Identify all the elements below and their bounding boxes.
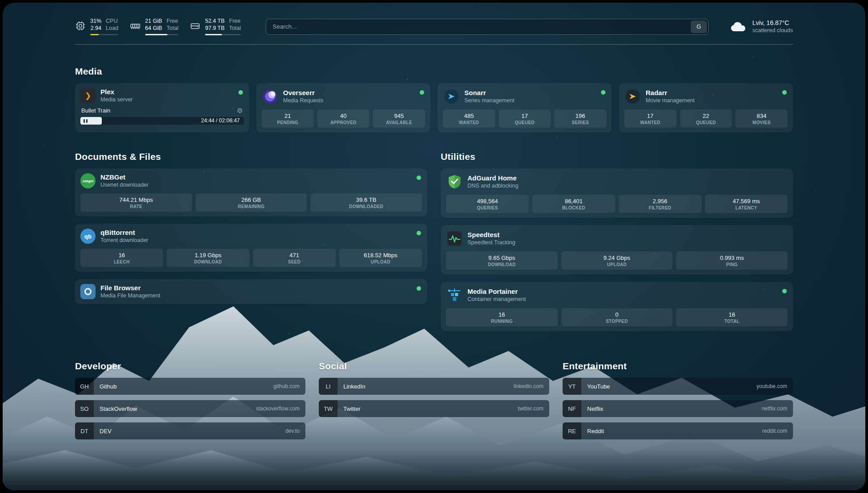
filebrowser-link[interactable]: File Browser Media File Management [80,284,422,299]
radarr-icon [624,88,641,104]
filebrowser-icon [80,284,96,299]
overseerr-title: Overseerr [283,89,323,97]
search-input[interactable] [266,19,709,35]
memory-usage-bar [145,34,179,35]
bookmark-abbr: SO [75,400,94,417]
bookmark-abbr: YT [563,378,581,395]
cpu-label: CPU [106,18,118,25]
bookmark-abbr: GH [75,378,94,395]
sonarr-status-dot [601,90,605,95]
dashboard-screen: 31% CPU 2.94 Load 21 GiB Free 64 GiB Tot… [3,3,865,490]
stat-pending: 21 PENDING [262,109,314,128]
media-cards-row: ❯ Plex Media server Bullet Train ⚙ 24:44… [75,83,793,133]
overseerr-subtitle: Media Requests [283,97,323,104]
stat-total: 16 TOTAL [676,308,788,326]
gear-icon[interactable]: ⚙ [237,108,243,114]
bookmark-name: Twitter [338,405,518,412]
plex-status-dot [238,90,243,95]
developer-column: Developer GH Github github.com SO StackO… [75,361,305,439]
weather-condition: scattered clouds [752,27,793,34]
disk-usage-bar [205,34,241,35]
plex-progress-fill [80,117,102,125]
plex-title: Plex [100,88,133,96]
stat-filtered: 2,956 FILTERED [619,195,701,213]
disk-icon [190,21,200,31]
bookmark-name: Github [94,383,273,390]
search-provider-button[interactable]: G [691,21,707,33]
nzbget-link[interactable]: nzbget NZBGet Usenet downloader [80,173,422,188]
portainer-link[interactable]: Media Portainer Container management [446,287,788,303]
stat-seed: 471 SEED [253,249,336,267]
stat-downloaded: 39.6 TB DOWNLOADED [310,193,422,212]
nzbget-title: NZBGet [100,173,149,181]
filebrowser-subtitle: Media File Management [100,292,160,299]
radarr-stats: 17 WANTED 22 QUEUED 834 MOVIES [624,109,788,128]
stat-queries: 498,564 QUERIES [446,195,529,213]
bookmark-url: youtube.com [756,383,793,389]
qbittorrent-subtitle: Torrent downloader [100,237,148,244]
pause-icon[interactable] [83,119,88,123]
bookmark-github[interactable]: GH Github github.com [75,378,305,395]
section-title-entertainment: Entertainment [563,361,793,372]
stat-leech: 16 LEECH [80,249,163,267]
qbittorrent-link[interactable]: qb qBittorrent Torrent downloader [80,229,422,244]
stat-series: 196 SERIES [554,109,606,128]
speedtest-icon [446,230,463,246]
speedtest-link[interactable]: Speedtest Speedtest Tracking [446,230,788,246]
plex-now-playing-title: Bullet Train [81,107,237,114]
bookmark-name: Netflix [581,405,762,412]
section-title-social: Social [319,361,549,372]
stat-wanted: 17 WANTED [624,109,676,128]
service-card-overseerr: Overseerr Media Requests 21 PENDING 40 A… [256,83,430,133]
qbittorrent-icon: qb [80,229,96,244]
stat-upload: 618.52 Mbps UPLOAD [339,249,422,267]
section-title-utilities: Utilities [441,151,793,162]
bookmark-name: DEV [94,428,285,435]
stat-upload: 9.24 Gbps UPLOAD [561,251,673,270]
overseerr-link[interactable]: Overseerr Media Requests [262,88,425,104]
sonarr-link[interactable]: Sonarr Series management [443,88,606,104]
bookmark-dev[interactable]: DT DEV dev.to [75,422,305,439]
speedtest-title: Speedtest [467,231,515,239]
disk-total: 97.9 TB [205,25,225,32]
bookmark-stackoverflow[interactable]: SO StackOverflow stackoverflow.com [75,400,305,417]
filebrowser-status-dot [417,286,421,291]
disk-widget: 52.4 TB Free 97.9 TB Total [190,18,241,35]
topbar-divider [75,44,793,45]
service-card-adguard: AdGuard Home DNS and adblocking 498,564 … [441,168,793,218]
memory-total: 64 GiB [145,25,162,32]
sonarr-title: Sonarr [464,89,514,97]
portainer-status-dot [782,289,787,293]
stat-remaining: 266 GB REMAINING [196,193,307,212]
adguard-link[interactable]: AdGuard Home DNS and adblocking [446,173,788,190]
stat-approved: 40 APPROVED [317,109,370,128]
cpu-load-label: Load [106,25,118,32]
bookmark-linkedin[interactable]: LI LinkedIn linkedin.com [319,378,549,395]
bookmark-youtube[interactable]: YT YouTube youtube.com [563,378,793,395]
portainer-stats: 16 RUNNING 0 STOPPED 16 TOTAL [446,308,788,326]
bookmark-abbr: NF [563,400,581,417]
section-title-developer: Developer [75,361,305,372]
weather-widget: Lviv, 16.87°C scattered clouds [729,19,793,34]
service-card-sonarr: Sonarr Series management 485 WANTED 17 Q… [438,83,612,133]
utilities-column: Utilities [441,151,793,331]
bookmark-twitter[interactable]: TW Twitter twitter.com [319,400,549,417]
overseerr-icon [262,88,278,104]
bookmark-url: linkedin.com [513,383,549,389]
portainer-title: Media Portainer [467,288,526,296]
speedtest-stats: 9.65 Gbps DOWNLOAD 9.24 Gbps UPLOAD 0.99… [446,251,788,270]
bookmark-url: dev.to [285,428,305,434]
plex-link[interactable]: ❯ Plex Media server [80,88,244,103]
nzbget-subtitle: Usenet downloader [100,181,149,188]
overseerr-stats: 21 PENDING 40 APPROVED 945 AVAILABLE [262,109,425,128]
stat-latency: 47.569 ms LATENCY [705,195,788,213]
section-title-documents: Documents & Files [75,151,427,162]
service-card-speedtest: Speedtest Speedtest Tracking 9.65 Gbps D… [441,225,793,275]
plex-progress-bar[interactable]: 24:44 / 02:06:47 [80,117,244,125]
stat-ping: 0.993 ms PING [676,251,788,270]
memory-total-label: Total [167,25,178,32]
radarr-link[interactable]: Radarr Movie management [624,88,788,104]
bookmark-netflix[interactable]: NF Netflix netflix.com [563,400,793,417]
bookmark-reddit[interactable]: RE Reddit reddit.com [563,422,793,439]
nzbget-icon: nzbget [80,173,96,188]
